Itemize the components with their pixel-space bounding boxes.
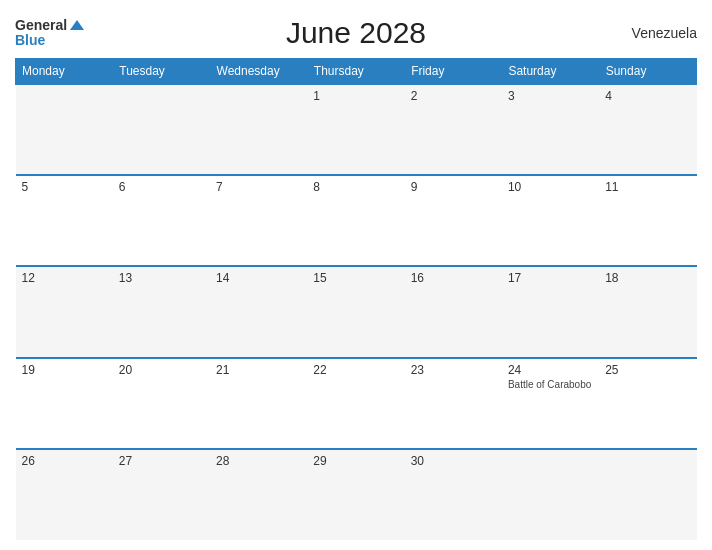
holiday-label: Battle of Carabobo [508, 379, 593, 390]
day-number: 30 [411, 454, 496, 468]
calendar-cell: 18 [599, 266, 696, 357]
calendar-header-sunday: Sunday [599, 59, 696, 85]
calendar-cell: 27 [113, 449, 210, 540]
logo-general-text: General [15, 18, 67, 32]
day-number: 17 [508, 271, 593, 285]
day-number: 9 [411, 180, 496, 194]
day-number: 12 [22, 271, 107, 285]
day-number: 3 [508, 89, 593, 103]
calendar-title: June 2028 [286, 16, 426, 50]
calendar-cell: 3 [502, 84, 599, 175]
day-number: 27 [119, 454, 204, 468]
day-number: 1 [313, 89, 398, 103]
day-number: 6 [119, 180, 204, 194]
calendar-cell: 16 [405, 266, 502, 357]
calendar-cell: 7 [210, 175, 307, 266]
day-number: 22 [313, 363, 398, 377]
calendar-cell: 15 [307, 266, 404, 357]
calendar-cell: 9 [405, 175, 502, 266]
calendar-cell: 5 [16, 175, 113, 266]
calendar-cell: 22 [307, 358, 404, 449]
calendar-cell: 4 [599, 84, 696, 175]
calendar-cell: 10 [502, 175, 599, 266]
day-number: 11 [605, 180, 690, 194]
day-number: 15 [313, 271, 398, 285]
day-number: 10 [508, 180, 593, 194]
calendar-cell: 12 [16, 266, 113, 357]
country-label: Venezuela [632, 25, 697, 41]
calendar-week-row: 567891011 [16, 175, 697, 266]
calendar-header-thursday: Thursday [307, 59, 404, 85]
day-number: 14 [216, 271, 301, 285]
calendar-week-row: 192021222324Battle of Carabobo25 [16, 358, 697, 449]
calendar-cell: 21 [210, 358, 307, 449]
calendar-cell: 30 [405, 449, 502, 540]
calendar-cell: 28 [210, 449, 307, 540]
day-number: 20 [119, 363, 204, 377]
page-header: General Blue June 2028 Venezuela [15, 10, 697, 52]
logo: General Blue [15, 18, 84, 48]
day-number: 13 [119, 271, 204, 285]
calendar-week-row: 1234 [16, 84, 697, 175]
calendar-header-wednesday: Wednesday [210, 59, 307, 85]
calendar-cell: 8 [307, 175, 404, 266]
logo-blue-text: Blue [15, 32, 45, 48]
day-number: 21 [216, 363, 301, 377]
calendar-cell [599, 449, 696, 540]
day-number: 28 [216, 454, 301, 468]
calendar-cell: 1 [307, 84, 404, 175]
calendar-header-monday: Monday [16, 59, 113, 85]
day-number: 18 [605, 271, 690, 285]
day-number: 29 [313, 454, 398, 468]
calendar-cell: 19 [16, 358, 113, 449]
day-number: 7 [216, 180, 301, 194]
day-number: 24 [508, 363, 593, 377]
calendar-cell: 24Battle of Carabobo [502, 358, 599, 449]
calendar-header-friday: Friday [405, 59, 502, 85]
calendar-cell: 25 [599, 358, 696, 449]
calendar-cell: 29 [307, 449, 404, 540]
calendar-cell [16, 84, 113, 175]
logo-triangle-icon [70, 20, 84, 30]
day-number: 25 [605, 363, 690, 377]
calendar-cell [113, 84, 210, 175]
day-number: 5 [22, 180, 107, 194]
calendar-cell: 17 [502, 266, 599, 357]
calendar-cell: 23 [405, 358, 502, 449]
calendar-cell: 6 [113, 175, 210, 266]
calendar-cell: 20 [113, 358, 210, 449]
day-number: 2 [411, 89, 496, 103]
day-number: 26 [22, 454, 107, 468]
calendar-cell: 14 [210, 266, 307, 357]
day-number: 4 [605, 89, 690, 103]
calendar-cell: 13 [113, 266, 210, 357]
calendar-week-row: 2627282930 [16, 449, 697, 540]
day-number: 16 [411, 271, 496, 285]
calendar-header-saturday: Saturday [502, 59, 599, 85]
calendar-cell [210, 84, 307, 175]
day-number: 19 [22, 363, 107, 377]
day-number: 23 [411, 363, 496, 377]
calendar-cell [502, 449, 599, 540]
calendar-week-row: 12131415161718 [16, 266, 697, 357]
calendar-cell: 26 [16, 449, 113, 540]
calendar-cell: 11 [599, 175, 696, 266]
calendar-header-row: MondayTuesdayWednesdayThursdayFridaySatu… [16, 59, 697, 85]
day-number: 8 [313, 180, 398, 194]
calendar-header-tuesday: Tuesday [113, 59, 210, 85]
calendar-table: MondayTuesdayWednesdayThursdayFridaySatu… [15, 58, 697, 540]
calendar-cell: 2 [405, 84, 502, 175]
